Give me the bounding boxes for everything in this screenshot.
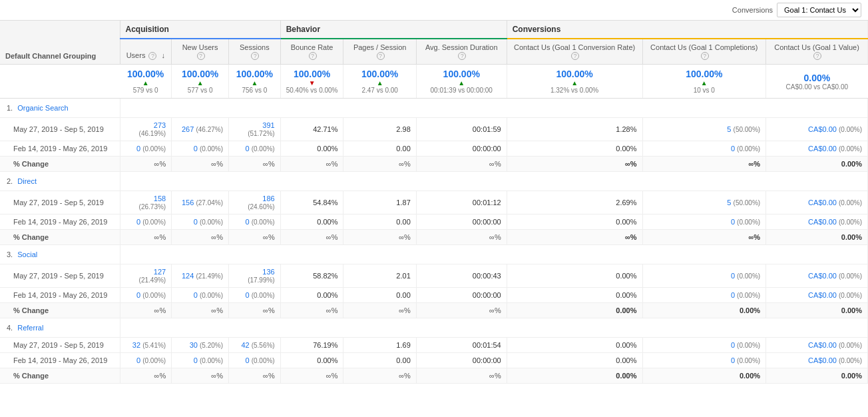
new-users-help-icon: ? [197, 52, 205, 60]
sort-icon: ↓ [162, 51, 166, 59]
col-new-users[interactable]: New Users ? [172, 39, 229, 65]
period2-row: Feb 14, 2019 - May 26, 2019 0 (0.00%) 0 … [0, 214, 868, 230]
main-table-container: Default Channel Grouping Acquisition Beh… [0, 21, 868, 384]
users-help-icon: ? [148, 52, 156, 60]
channel-link[interactable]: Direct [17, 177, 37, 185]
change-row: % Change ∞% ∞% ∞% ∞% ∞% ∞% 0.00% 0.00% 0… [0, 368, 868, 384]
col-avg-session[interactable]: Avg. Session Duration ? [416, 39, 507, 65]
contact-rate-help-icon: ? [571, 52, 579, 60]
channel-number: 3. [7, 250, 13, 258]
sessions-help-icon: ? [251, 52, 259, 60]
total-users-arrow: ▲ [122, 79, 168, 87]
change-row: % Change ∞% ∞% ∞% ∞% ∞% ∞% 0.00% 0.00% 0… [0, 303, 868, 318]
totals-row: 100.00% ▲ 579 vs 0 100.00% ▲ 577 vs 0 10… [0, 65, 868, 99]
channel-number: 4. [7, 324, 13, 332]
channel-header-row: 2. Direct [0, 172, 868, 191]
change-row: % Change ∞% ∞% ∞% ∞% ∞% ∞% ∞% ∞% 0.00% [0, 230, 868, 245]
contact-comp-help-icon: ? [701, 52, 709, 60]
channel-header-row: 1. Organic Search [0, 99, 868, 118]
total-new-users-pct: 100.00% [174, 69, 226, 79]
period2-row: Feb 14, 2019 - May 26, 2019 0 (0.00%) 0 … [0, 288, 868, 303]
period2-row: Feb 14, 2019 - May 26, 2019 0 (0.00%) 0 … [0, 141, 868, 157]
total-users-val: 579 vs 0 [122, 87, 168, 94]
channel-link[interactable]: Organic Search [17, 104, 68, 112]
period1-row: May 27, 2019 - Sep 5, 2019 158 (26.73%) … [0, 191, 868, 214]
col-contact-rate[interactable]: Contact Us (Goal 1 Conversion Rate) ? [507, 39, 642, 65]
col-sessions[interactable]: Sessions ? [228, 39, 280, 65]
period2-row: Feb 14, 2019 - May 26, 2019 0 (0.00%) 0 … [0, 353, 868, 368]
total-users-pct: 100.00% [122, 69, 168, 79]
col-contact-completions[interactable]: Contact Us (Goal 1 Completions) ? [642, 39, 766, 65]
change-row: % Change ∞% ∞% ∞% ∞% ∞% ∞% ∞% ∞% 0.00% [0, 157, 868, 172]
period1-row: May 27, 2019 - Sep 5, 2019 273 (46.19%) … [0, 118, 868, 141]
pages-session-help-icon: ? [377, 52, 385, 60]
analytics-table: Default Channel Grouping Acquisition Beh… [0, 21, 868, 384]
col-users[interactable]: Users ? ↓ [120, 39, 172, 65]
default-channel-label: Default Channel Grouping [5, 52, 114, 60]
acquisition-section-header: Acquisition [120, 21, 280, 39]
channel-link[interactable]: Social [17, 250, 37, 258]
channel-header-row: 4. Referral [0, 318, 868, 338]
top-bar: Conversions Goal 1: Contact Us [0, 0, 868, 21]
contact-val-help-icon: ? [813, 52, 821, 60]
channel-header-row: 3. Social [0, 245, 868, 264]
bounce-rate-help-icon: ? [309, 52, 317, 60]
channel-number: 1. [7, 104, 13, 112]
goal-select[interactable]: Goal 1: Contact Us [777, 3, 861, 17]
col-contact-value[interactable]: Contact Us (Goal 1 Value) ? [766, 39, 868, 65]
conversions-section-header: Conversions [507, 21, 867, 39]
channel-link[interactable]: Referral [17, 324, 43, 332]
period1-row: May 27, 2019 - Sep 5, 2019 32 (5.41%) 30… [0, 338, 868, 353]
avg-session-help-icon: ? [458, 52, 466, 60]
period1-row: May 27, 2019 - Sep 5, 2019 127 (21.49%) … [0, 264, 868, 288]
channel-number: 2. [7, 177, 13, 185]
conversions-label: Conversions [732, 6, 773, 14]
col-bounce-rate[interactable]: Bounce Rate ? [280, 39, 343, 65]
col-pages-session[interactable]: Pages / Session ? [343, 39, 416, 65]
behavior-section-header: Behavior [280, 21, 507, 39]
